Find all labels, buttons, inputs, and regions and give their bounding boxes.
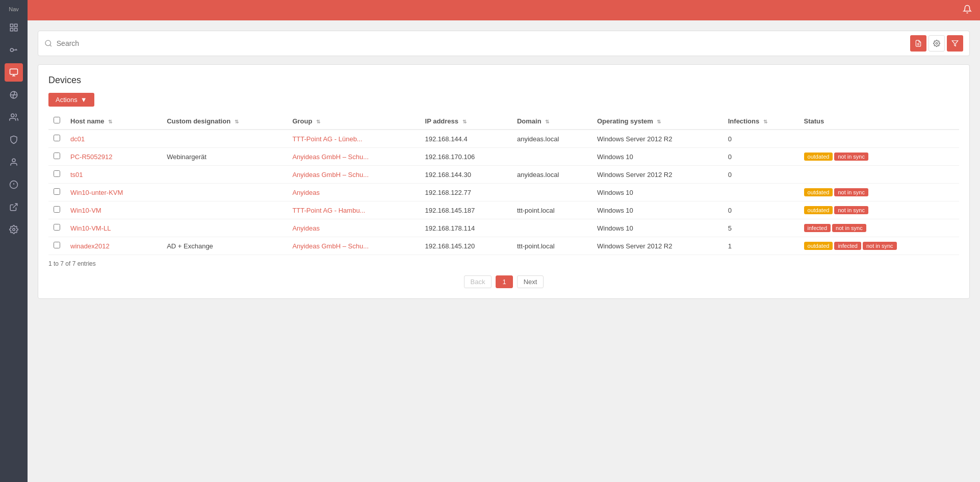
group-link[interactable]: Anyideas [292, 224, 319, 232]
hostname-link[interactable]: ts01 [70, 171, 83, 179]
row-checkbox[interactable] [54, 206, 60, 213]
pagination: Back 1 Next [48, 275, 959, 288]
info-icon[interactable] [5, 175, 23, 194]
monitor-icon[interactable] [5, 63, 23, 82]
svg-line-20 [50, 45, 51, 46]
custom-designation-cell [162, 166, 287, 184]
hostname-cell: winadex2012 [65, 237, 162, 255]
group-link[interactable]: Anyideas GmbH – Schu... [292, 171, 369, 179]
group-link[interactable]: TTT-Point AG - Lüneb... [292, 135, 362, 143]
row-checkbox[interactable] [54, 135, 60, 141]
domain-cell: ttt-point.local [512, 237, 592, 255]
row-checkbox-cell[interactable] [48, 148, 65, 166]
dashboard-icon[interactable] [5, 18, 23, 37]
row-checkbox-cell[interactable] [48, 130, 65, 148]
main-area: Devices Actions ▼ Host name ⇅ Custom des… [28, 0, 980, 482]
select-all-checkbox[interactable] [54, 117, 60, 123]
os-cell: Windows Server 2012 R2 [592, 237, 723, 255]
group-link[interactable]: TTT-Point AG - Hambu... [292, 207, 365, 214]
svg-rect-7 [10, 69, 18, 74]
row-checkbox-cell[interactable] [48, 219, 65, 237]
domain-cell: anyideas.local [512, 130, 592, 148]
infections-cell: 0 [723, 148, 799, 166]
topbar [28, 0, 980, 20]
group-cell: Anyideas GmbH – Schu... [287, 166, 420, 184]
status-badge: outdated [804, 206, 833, 214]
col-ip[interactable]: IP address ⇅ [420, 113, 512, 130]
custom-designation-cell [162, 130, 287, 148]
svg-point-4 [10, 48, 13, 52]
ip-address-cell: 192.168.144.30 [420, 166, 512, 184]
person-icon[interactable] [5, 153, 23, 171]
col-os[interactable]: Operating system ⇅ [592, 113, 723, 130]
status-cell [799, 130, 959, 148]
hostname-link[interactable]: winadex2012 [70, 242, 110, 250]
settings-icon[interactable] [5, 220, 23, 239]
os-cell: Windows 10 [592, 201, 723, 219]
export-button[interactable] [910, 35, 926, 52]
row-checkbox[interactable] [54, 153, 60, 159]
svg-line-17 [13, 204, 17, 208]
row-checkbox-cell[interactable] [48, 201, 65, 219]
hostname-cell: Win10-VM-LL [65, 219, 162, 237]
status-cell: outdatednot in sync [799, 201, 959, 219]
devices-table: Host name ⇅ Custom designation ⇅ Group ⇅… [48, 113, 959, 255]
col-infections[interactable]: Infections ⇅ [723, 113, 799, 130]
hostname-cell: Win10-VM [65, 201, 162, 219]
hostname-link[interactable]: dc01 [70, 135, 85, 143]
svg-rect-3 [15, 29, 17, 31]
search-actions [910, 35, 963, 52]
bell-icon[interactable] [963, 5, 972, 16]
pagination-info: 1 to 7 of 7 entries [48, 260, 959, 267]
hostname-link[interactable]: Win10-VM [70, 207, 101, 214]
hostname-link[interactable]: Win10-unter-KVM [70, 189, 123, 196]
analytics-icon[interactable] [5, 86, 23, 104]
row-checkbox[interactable] [54, 188, 60, 195]
group-link[interactable]: Anyideas GmbH – Schu... [292, 153, 369, 161]
group-link[interactable]: Anyideas GmbH – Schu... [292, 242, 369, 250]
col-custom[interactable]: Custom designation ⇅ [162, 113, 287, 130]
ip-address-cell: 192.168.178.114 [420, 219, 512, 237]
hostname-cell: PC-R5052912 [65, 148, 162, 166]
row-checkbox-cell[interactable] [48, 184, 65, 201]
hostname-cell: ts01 [65, 166, 162, 184]
search-input[interactable] [57, 39, 910, 47]
table-row: Win10-VM-LL Anyideas 192.168.178.114 Win… [48, 219, 959, 237]
ip-address-cell: 192.168.122.77 [420, 184, 512, 201]
status-badge: not in sync [834, 153, 868, 161]
col-domain[interactable]: Domain ⇅ [512, 113, 592, 130]
table-row: Win10-unter-KVM Anyideas 192.168.122.77 … [48, 184, 959, 201]
status-badge: not in sync [863, 242, 897, 250]
hostname-cell: Win10-unter-KVM [65, 184, 162, 201]
table-row: Win10-VM TTT-Point AG - Hambu... 192.168… [48, 201, 959, 219]
row-checkbox-cell[interactable] [48, 166, 65, 184]
hostname-link[interactable]: PC-R5052912 [70, 153, 112, 161]
back-button[interactable]: Back [464, 275, 492, 288]
row-checkbox[interactable] [54, 224, 60, 231]
filter-button[interactable] [947, 35, 963, 52]
row-checkbox-cell[interactable] [48, 237, 65, 255]
col-hostname[interactable]: Host name ⇅ [65, 113, 162, 130]
domain-cell [512, 184, 592, 201]
col-status[interactable]: Status [799, 113, 959, 130]
shield-icon[interactable] [5, 131, 23, 149]
hostname-link[interactable]: Win10-VM-LL [70, 224, 111, 232]
infections-cell: 1 [723, 237, 799, 255]
page-1-button[interactable]: 1 [496, 275, 512, 288]
col-group[interactable]: Group ⇅ [287, 113, 420, 130]
svg-point-18 [13, 229, 15, 231]
group-cell: Anyideas [287, 184, 420, 201]
infections-cell: 5 [723, 219, 799, 237]
select-all-header[interactable] [48, 113, 65, 130]
users-icon[interactable] [5, 108, 23, 126]
next-button[interactable]: Next [517, 275, 544, 288]
status-badge: not in sync [834, 206, 868, 214]
row-checkbox[interactable] [54, 170, 60, 177]
ip-address-cell: 192.168.170.106 [420, 148, 512, 166]
column-settings-button[interactable] [929, 35, 945, 52]
group-link[interactable]: Anyideas [292, 189, 319, 196]
external-link-icon[interactable] [5, 198, 23, 216]
actions-button[interactable]: Actions ▼ [48, 93, 94, 107]
key-icon[interactable] [5, 41, 23, 59]
row-checkbox[interactable] [54, 242, 60, 248]
